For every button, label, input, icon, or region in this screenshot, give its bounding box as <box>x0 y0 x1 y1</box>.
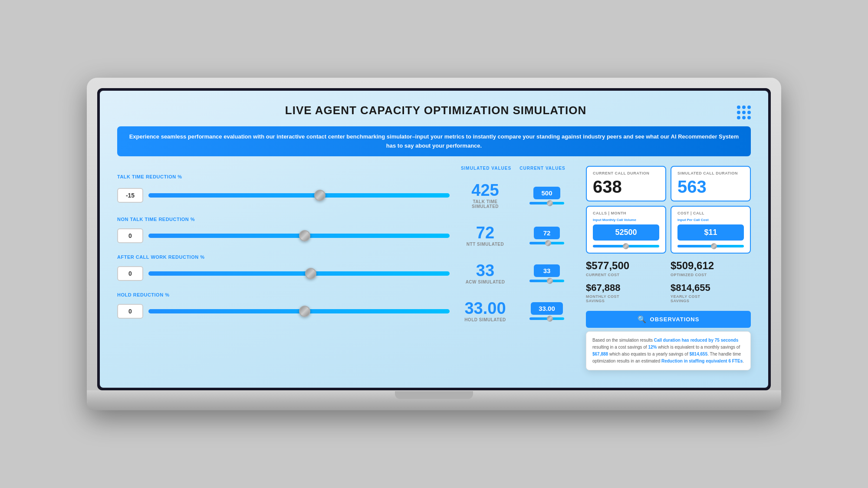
obs-text-6: . <box>743 359 744 363</box>
column-headers: SIMULATED VALUES CURRENT VALUES <box>117 166 573 171</box>
talk-time-sim-value: 425 <box>471 182 499 198</box>
hold-sim-col: 33.00 HOLD SIMULATED <box>455 300 516 322</box>
talk-time-cur-slider[interactable] <box>529 202 564 204</box>
talk-time-section: TALK TIME REDUCTION % -15 <box>117 174 573 209</box>
calls-month-input[interactable]: 52500 <box>593 224 659 241</box>
ntt-slider[interactable] <box>148 231 450 240</box>
hold-thumb[interactable] <box>299 306 310 317</box>
obs-highlight-5: Reduction in staffing equivalent 6 FTEs <box>661 359 743 363</box>
ntt-input[interactable]: 0 <box>117 228 143 243</box>
obs-highlight-3: $67,888 <box>592 352 608 356</box>
hold-input[interactable]: 0 <box>117 304 143 319</box>
optimized-cost-col: $509,612 OPTIMIZED COST $814,655 YEARLY … <box>671 260 751 303</box>
talk-time-input[interactable]: -15 <box>117 188 143 203</box>
ntt-row: 0 72 NTT SIMULATED <box>117 224 573 247</box>
current-call-duration-value: 638 <box>593 178 659 195</box>
acw-cur-col: 33 <box>521 264 573 282</box>
calls-month-title: CALLS | MONTH <box>593 211 659 215</box>
hold-slider-wrap <box>148 307 450 316</box>
obs-text-4: which also equates to a yearly savings o… <box>608 352 689 356</box>
talk-time-slider[interactable] <box>148 191 450 200</box>
obs-text-2: resulting in a cost savings of <box>592 345 648 350</box>
screen-content: LIVE AGENT CAPACITY OPTIMIZATION SIMULAT… <box>100 91 768 388</box>
hold-cur-thumb[interactable] <box>547 316 553 322</box>
ntt-slider-wrap <box>148 231 450 240</box>
talk-time-track <box>148 193 450 198</box>
observations-section: 🔍 OBSERVATIONS Based on the simulation r… <box>586 311 751 370</box>
ntt-cur-value: 72 <box>534 227 560 239</box>
metrics-top: CURRENT CALL DURATION 638 SIMULATED CALL… <box>586 166 751 201</box>
calls-month-slider[interactable] <box>593 245 659 247</box>
acw-cur-slider[interactable] <box>529 280 564 282</box>
acw-section: AFTER CALL WORK REDUCTION % 0 <box>117 254 573 284</box>
laptop-screen: LIVE AGENT CAPACITY OPTIMIZATION SIMULAT… <box>97 88 771 391</box>
dots-icon[interactable] <box>737 106 751 119</box>
calls-month-thumb[interactable] <box>623 243 629 249</box>
acw-slider[interactable] <box>148 269 450 278</box>
ntt-thumb[interactable] <box>299 230 310 241</box>
obs-text-3: which is equivalent to a monthly savings… <box>657 345 740 350</box>
talk-time-thumb[interactable] <box>314 190 326 201</box>
acw-sim-value: 33 <box>476 262 494 279</box>
ntt-cur-thumb[interactable] <box>545 240 551 246</box>
acw-sim-label: ACW SIMULATED <box>466 280 505 284</box>
ntt-sim-value: 72 <box>476 224 494 241</box>
laptop-frame: LIVE AGENT CAPACITY OPTIMIZATION SIMULAT… <box>87 78 781 411</box>
current-call-duration-card: CURRENT CALL DURATION 638 <box>586 166 666 201</box>
ntt-cur-slider[interactable] <box>529 242 564 244</box>
ntt-sim-col: 72 NTT SIMULATED <box>455 224 516 247</box>
current-values-header: CURRENT VALUES <box>516 166 569 171</box>
simulated-values-header: SIMULATED VALUES <box>456 166 516 171</box>
cost-call-slider[interactable] <box>677 245 744 247</box>
laptop-base <box>87 390 781 402</box>
ntt-section: NON TALK TIME REDUCTION % 0 <box>117 217 573 247</box>
cost-call-input[interactable]: $11 <box>677 224 744 241</box>
laptop-notch <box>395 391 473 399</box>
talk-time-cur-col: 500 <box>521 187 573 204</box>
acw-slider-wrap <box>148 269 450 278</box>
observations-button[interactable]: 🔍 OBSERVATIONS <box>586 311 751 328</box>
yearly-savings-value: $814,655 <box>671 282 751 293</box>
current-cost-value: $577,500 <box>586 260 666 272</box>
acw-track <box>148 271 450 276</box>
cost-call-subtitle: Input Per Call Cost <box>677 218 744 222</box>
page-title: LIVE AGENT CAPACITY OPTIMIZATION SIMULAT… <box>135 104 737 117</box>
hold-cur-slider[interactable] <box>529 317 564 320</box>
current-cost-label: CURRENT COST <box>586 273 666 277</box>
talk-time-row: -15 425 TALK TIMESIMULATED <box>117 182 573 209</box>
hold-label: HOLD REDUCTION % <box>117 292 573 297</box>
optimized-cost-value: $509,612 <box>671 260 751 272</box>
observations-popup: Based on the simulation results Call dur… <box>586 331 751 370</box>
hold-slider[interactable] <box>148 307 450 316</box>
current-cost-col: $577,500 CURRENT COST $67,888 MONTHLY CO… <box>586 260 666 303</box>
obs-highlight-2: 12% <box>648 345 657 350</box>
acw-thumb[interactable] <box>305 268 316 279</box>
acw-cur-thumb[interactable] <box>547 278 553 284</box>
talk-time-slider-wrap <box>148 191 450 200</box>
ntt-label: NON TALK TIME REDUCTION % <box>117 217 573 222</box>
talk-time-sim-col: 425 TALK TIMESIMULATED <box>455 182 516 209</box>
talk-time-cur-thumb[interactable] <box>547 200 553 206</box>
magnifier-icon: 🔍 <box>638 315 647 323</box>
header-row: LIVE AGENT CAPACITY OPTIMIZATION SIMULAT… <box>117 104 751 119</box>
obs-text-1: Based on the simulation results <box>592 338 654 343</box>
calls-month-subtitle: Input Monthly Call Volume <box>593 218 659 222</box>
cost-section: $577,500 CURRENT COST $67,888 MONTHLY CO… <box>586 260 751 303</box>
ntt-track <box>148 234 450 238</box>
main-layout: SIMULATED VALUES CURRENT VALUES TALK TIM… <box>117 166 751 370</box>
ntt-cur-col: 72 <box>521 227 573 244</box>
monthly-savings-value: $67,888 <box>586 282 666 293</box>
talk-time-cur-value: 500 <box>533 187 560 199</box>
monthly-savings-label: MONTHLY COSTSAVINGS <box>586 294 666 303</box>
acw-input[interactable]: 0 <box>117 266 143 281</box>
hold-row: 0 33.00 HOLD SIMULATED <box>117 300 573 322</box>
current-call-duration-title: CURRENT CALL DURATION <box>593 171 659 175</box>
hold-sim-label: HOLD SIMULATED <box>464 317 506 322</box>
optimized-cost-label: OPTIMIZED COST <box>671 273 751 277</box>
acw-cur-value: 33 <box>534 264 560 277</box>
cost-call-title: COST | CALL <box>677 211 744 215</box>
cost-call-thumb[interactable] <box>711 243 717 249</box>
ntt-sim-label: NTT SIMULATED <box>467 242 504 247</box>
obs-highlight-4: $814,655 <box>689 352 707 356</box>
laptop-foot <box>87 402 781 410</box>
